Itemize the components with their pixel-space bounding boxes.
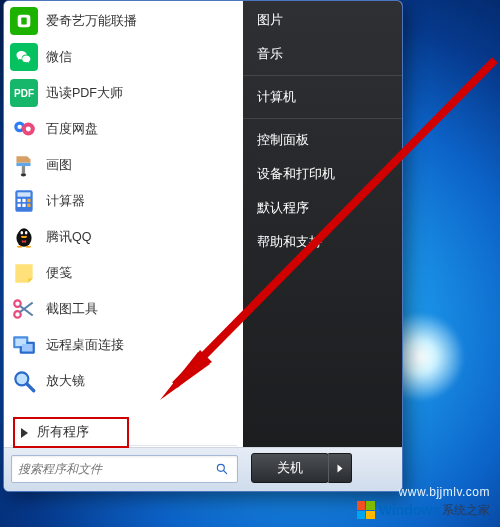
program-item-pdf[interactable]: PDF 迅读PDF大师 (4, 75, 243, 111)
program-item-snippingtool[interactable]: 截图工具 (4, 291, 243, 327)
shutdown-label: 关机 (277, 460, 303, 477)
right-item-devices[interactable]: 设备和打印机 (243, 157, 402, 191)
watermark-brand: Windows (379, 502, 440, 518)
program-label: 截图工具 (46, 301, 98, 318)
iqiyi-icon (10, 7, 38, 35)
svg-rect-11 (18, 199, 21, 202)
start-menu: 爱奇艺万能联播 微信 PDF 迅读PDF大师 百度网盘 (3, 0, 403, 492)
svg-point-5 (26, 127, 31, 132)
svg-rect-6 (16, 163, 30, 166)
svg-rect-10 (18, 192, 31, 196)
svg-point-8 (21, 173, 26, 176)
svg-point-21 (17, 246, 22, 248)
svg-line-34 (224, 471, 227, 474)
stickynotes-icon (10, 259, 38, 287)
program-label: 便笺 (46, 265, 72, 282)
program-item-baidu[interactable]: 百度网盘 (4, 111, 243, 147)
right-label: 音乐 (257, 45, 283, 63)
program-item-magnifier[interactable]: 放大镜 (4, 363, 243, 399)
windows-logo-icon (357, 501, 375, 519)
search-icon (215, 462, 237, 476)
program-item-rdp[interactable]: 远程桌面连接 (4, 327, 243, 363)
svg-rect-16 (27, 204, 30, 207)
right-label: 计算机 (257, 88, 296, 106)
svg-rect-15 (22, 204, 25, 207)
chevron-right-icon (338, 464, 343, 472)
program-label: 远程桌面连接 (46, 337, 124, 354)
watermark-suffix: 系统之家 (442, 502, 490, 519)
shutdown-button[interactable]: 关机 (251, 453, 329, 483)
search-box[interactable] (11, 455, 238, 483)
program-item-calculator[interactable]: 计算器 (4, 183, 243, 219)
shutdown-options-button[interactable] (328, 453, 352, 483)
triangle-right-icon (21, 428, 28, 438)
right-item-help[interactable]: 帮助和支持 (243, 225, 402, 259)
right-label: 图片 (257, 11, 283, 29)
qq-icon (10, 223, 38, 251)
right-item-music[interactable]: 音乐 (243, 37, 402, 71)
right-item-defaultprograms[interactable]: 默认程序 (243, 191, 402, 225)
right-label: 控制面板 (257, 131, 309, 149)
search-input[interactable] (12, 462, 215, 476)
desktop-wallpaper: 爱奇艺万能联播 微信 PDF 迅读PDF大师 百度网盘 (0, 0, 500, 527)
start-right-pane: 图片 音乐 计算机 控制面板 设备和打印机 默认程序 帮助和支持 (243, 1, 402, 449)
svg-rect-13 (27, 199, 30, 202)
program-item-paint[interactable]: 画图 (4, 147, 243, 183)
pdf-icon: PDF (10, 79, 38, 107)
all-programs-button[interactable]: 所有程序 (13, 417, 129, 448)
program-label: 腾讯QQ (46, 229, 91, 246)
program-item-wechat[interactable]: 微信 (4, 39, 243, 75)
right-label: 设备和打印机 (257, 165, 335, 183)
svg-point-19 (21, 231, 24, 234)
paint-icon (10, 151, 38, 179)
program-label: 计算器 (46, 193, 85, 210)
scissors-icon (10, 295, 38, 323)
all-programs-label: 所有程序 (37, 424, 89, 441)
right-label: 默认程序 (257, 199, 309, 217)
baidu-netdisk-icon (10, 115, 38, 143)
svg-point-33 (217, 464, 224, 471)
wechat-icon (10, 43, 38, 71)
right-label: 帮助和支持 (257, 233, 322, 251)
svg-point-4 (18, 125, 22, 129)
watermark-url: www.bjjmlv.com (399, 485, 490, 499)
svg-rect-7 (22, 166, 25, 174)
watermark-logo: Windows 系统之家 (357, 501, 490, 519)
program-label: 百度网盘 (46, 121, 98, 138)
svg-rect-30 (22, 344, 33, 352)
program-item-iqiyi[interactable]: 爱奇艺万能联播 (4, 3, 243, 39)
program-label: 迅读PDF大师 (46, 85, 123, 102)
program-label: 画图 (46, 157, 72, 174)
remote-desktop-icon (10, 331, 38, 359)
right-item-controlpanel[interactable]: 控制面板 (243, 123, 402, 157)
svg-line-32 (27, 384, 34, 391)
svg-rect-1 (21, 17, 26, 24)
svg-rect-12 (22, 199, 25, 202)
svg-point-20 (25, 231, 28, 234)
program-label: 爱奇艺万能联播 (46, 13, 137, 30)
program-label: 微信 (46, 49, 72, 66)
start-left-pane: 爱奇艺万能联播 微信 PDF 迅读PDF大师 百度网盘 (4, 1, 243, 449)
svg-point-22 (26, 246, 31, 248)
program-item-stickynotes[interactable]: 便笺 (4, 255, 243, 291)
magnifier-icon (10, 367, 38, 395)
right-item-computer[interactable]: 计算机 (243, 80, 402, 114)
right-item-pictures[interactable]: 图片 (243, 3, 402, 37)
program-item-qq[interactable]: 腾讯QQ (4, 219, 243, 255)
calculator-icon (10, 187, 38, 215)
program-label: 放大镜 (46, 373, 85, 390)
svg-rect-14 (18, 204, 21, 207)
